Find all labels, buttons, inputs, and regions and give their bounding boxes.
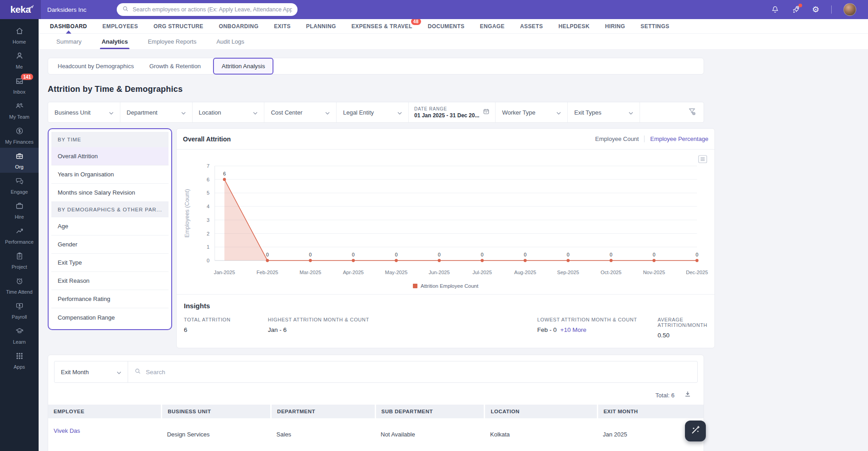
tab-growth-retention[interactable]: Growth & Retention (142, 63, 208, 70)
col-exit-month[interactable]: EXIT MONTH (597, 405, 704, 418)
ai-assistant-wand-button[interactable] (685, 421, 706, 441)
filter-location[interactable]: Location (193, 102, 265, 122)
table-search[interactable] (128, 361, 697, 382)
filter-department[interactable]: Department (120, 102, 193, 122)
svg-text:Jan-2025: Jan-2025 (214, 270, 235, 275)
col-sub-department[interactable]: SUB DEPARTMENT (375, 405, 485, 418)
whats-new-rocket-icon[interactable] (791, 5, 800, 14)
learn-icon (15, 326, 24, 337)
time-icon (15, 276, 24, 287)
filter-worker-type[interactable]: Worker Type (496, 102, 568, 122)
chevron-down-icon (109, 109, 114, 116)
global-search-input[interactable] (133, 6, 292, 13)
sidebar-item-home[interactable]: Home (0, 23, 39, 48)
nav-exits[interactable]: EXITS (266, 19, 298, 34)
user-avatar[interactable] (843, 3, 856, 16)
sidebar-item-apps[interactable]: Apps (0, 348, 39, 373)
sidebar-item-my-team[interactable]: My Team (0, 98, 39, 123)
attrition-chart: 012345676Jan-20250Feb-20250Mar-20250Apr-… (181, 154, 710, 281)
sidebar-item-my-finances[interactable]: My Finances (0, 123, 39, 148)
nav-dashboard[interactable]: DASHBOARD (42, 19, 95, 34)
calendar-icon (483, 108, 490, 117)
nav-planning[interactable]: PLANNING (298, 19, 344, 34)
tab-employee-reports[interactable]: Employee Reports (139, 34, 205, 49)
employee-name-link[interactable]: Vivek Das (48, 418, 162, 444)
nav-org-structure[interactable]: ORG STRUCTURE (146, 19, 211, 34)
tab-audit-logs[interactable]: Audit Logs (207, 34, 253, 49)
panel-item-exit-reason[interactable]: Exit Reason (51, 272, 169, 290)
global-search[interactable] (117, 3, 298, 16)
toggle-employee-percentage[interactable]: Employee Percentage (650, 135, 708, 142)
nav-hiring[interactable]: HIRING (597, 19, 633, 34)
sidebar-item-time-attend[interactable]: Time Attend (0, 273, 39, 298)
sidebar-item-engage[interactable]: Engage (0, 173, 39, 198)
attrition-body: BY TIME Overall Attrition Years in Organ… (48, 128, 704, 348)
col-location[interactable]: LOCATION (485, 405, 597, 418)
nav-helpdesk[interactable]: HELPDESK (551, 19, 597, 34)
col-employee[interactable]: EMPLOYEE (48, 405, 162, 418)
nav-settings[interactable]: SETTINGS (633, 19, 677, 34)
filter-date-range[interactable]: DATE RANGE 01 Jan 2025 - 31 Dec 20... (409, 102, 496, 122)
toggle-employee-count[interactable]: Employee Count (595, 135, 639, 142)
filter-cost-center[interactable]: Cost Center (264, 102, 337, 122)
panel-item-gender[interactable]: Gender (51, 236, 169, 254)
svg-text:Feb-2025: Feb-2025 (257, 270, 278, 275)
chart-context-menu-icon[interactable] (698, 155, 707, 165)
panel-item-months-since-salary-revision[interactable]: Months since Salary Revision (51, 184, 169, 202)
sidebar-item-org[interactable]: Org (0, 148, 39, 173)
nav-employees[interactable]: EMPLOYEES (95, 19, 146, 34)
magic-wand-icon (690, 425, 701, 437)
nav-expenses-travel[interactable]: EXPENSES & TRAVEL48 (344, 19, 420, 34)
download-icon[interactable] (684, 390, 692, 400)
panel-item-exit-type[interactable]: Exit Type (51, 254, 169, 272)
company-name[interactable]: Darksiders Inc (47, 6, 86, 13)
tab-summary[interactable]: Summary (47, 34, 91, 49)
panel-item-age[interactable]: Age (51, 217, 169, 236)
nav-engage[interactable]: ENGAGE (472, 19, 512, 34)
panel-item-compensation-range[interactable]: Compensation Range (51, 308, 169, 326)
svg-text:Sep-2025: Sep-2025 (557, 270, 579, 275)
filter-business-unit[interactable]: Business Unit (48, 102, 120, 122)
panel-item-overall-attrition[interactable]: Overall Attrition (51, 147, 169, 165)
tab-headcount-by-demographics[interactable]: Headcount by Demographics (50, 63, 142, 70)
table-filter-exit-month[interactable]: Exit Month (55, 361, 128, 382)
left-sidebar: Home Me 141 Inbox My Team My Finances Or… (0, 19, 39, 451)
chart-legend[interactable]: Attrition Employee Count (181, 282, 710, 294)
svg-text:0: 0 (653, 252, 655, 257)
col-business-unit[interactable]: BUSINESS UNIT (162, 405, 271, 418)
tab-attrition-analysis[interactable]: Attrition Analysis (213, 58, 273, 75)
svg-text:Aug-2025: Aug-2025 (514, 270, 536, 275)
tab-analytics[interactable]: Analytics (93, 34, 137, 49)
sidebar-item-performance[interactable]: Performance (0, 223, 39, 248)
nav-onboarding[interactable]: ONBOARDING (211, 19, 266, 34)
col-department[interactable]: DEPARTMENT (271, 405, 375, 418)
table-search-input[interactable] (146, 369, 691, 376)
keka-logo[interactable]: keka (0, 0, 41, 19)
sidebar-item-payroll[interactable]: Payroll (0, 298, 39, 323)
panel-item-years-in-organisation[interactable]: Years in Organisation (51, 165, 169, 184)
settings-gear-icon[interactable]: ⚙ (812, 5, 819, 14)
analytics-tab-group: Headcount by Demographics Growth & Reten… (48, 58, 704, 75)
main-area: DASHBOARD EMPLOYEES ORG STRUCTURE ONBOAR… (39, 19, 868, 451)
engage-icon (15, 176, 24, 187)
sidebar-item-me[interactable]: Me (0, 48, 39, 73)
notifications-bell-icon[interactable] (771, 5, 779, 14)
search-icon (134, 368, 141, 376)
sidebar-item-hire[interactable]: Hire (0, 198, 39, 223)
clear-filters-button[interactable] (640, 102, 704, 122)
nav-documents[interactable]: DOCUMENTS (420, 19, 472, 34)
sidebar-item-learn[interactable]: Learn (0, 323, 39, 348)
performance-icon (15, 226, 24, 237)
panel-item-performance-rating[interactable]: Performance Rating (51, 290, 169, 308)
chevron-down-icon (181, 109, 186, 116)
sidebar-item-inbox[interactable]: 141 Inbox (0, 73, 39, 98)
svg-text:Mar-2025: Mar-2025 (299, 270, 321, 275)
sidebar-item-project[interactable]: Project (0, 248, 39, 273)
svg-text:May-2025: May-2025 (385, 270, 407, 275)
table-row: Vivek Das Design Services Sales Not Avai… (48, 418, 704, 444)
filter-exit-types[interactable]: Exit Types (568, 102, 640, 122)
nav-assets[interactable]: ASSETS (512, 19, 551, 34)
more-months-link[interactable]: +10 More (560, 326, 586, 333)
filter-legal-entity[interactable]: Legal Entity (337, 102, 409, 122)
primary-nav: DASHBOARD EMPLOYEES ORG STRUCTURE ONBOAR… (39, 19, 868, 34)
